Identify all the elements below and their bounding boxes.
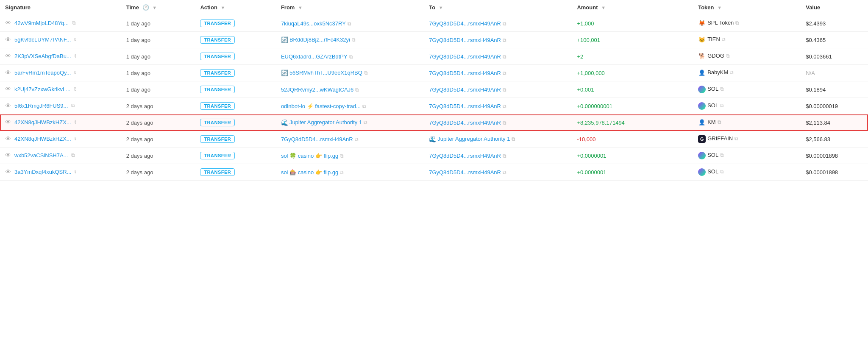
token-copy-icon[interactable]: ⧉ [734,136,738,142]
table-row: 👁 wxb52vaCSiNSH7A... ⧉ 2 days agoTRANSFE… [0,148,868,164]
from-copy-icon[interactable]: ⧉ [364,120,367,125]
eye-icon[interactable]: 👁 [5,102,11,109]
to-copy-icon[interactable]: ⧉ [503,120,506,126]
copy-icon[interactable]: ⧉ [74,70,76,75]
eye-icon[interactable]: 👁 [5,69,11,76]
token-copy-icon[interactable]: ⧉ [718,119,721,125]
to-copy-icon[interactable]: ⧉ [503,170,506,176]
copy-icon[interactable]: ⧉ [74,86,76,92]
from-link[interactable]: 7GyQ8dD5D4...rsmxH49AnR [281,136,353,142]
signature-link[interactable]: 5f6x1RmgJR6FUS9... [14,103,68,109]
from-link[interactable]: Jupiter Aggregator Authority 1 [289,119,362,125]
from-copy-icon[interactable]: ⧉ [349,54,353,60]
amount-cell: -10,000 [577,136,595,142]
table-row: 👁 2K3pVXSeAbgfDaBu... ⧉ 1 day agoTRANSFE… [0,48,868,65]
col-from-label: From [281,4,295,11]
eye-icon[interactable]: 👁 [5,152,11,159]
to-copy-icon[interactable]: ⧉ [503,103,506,109]
from-copy-icon[interactable]: ⧉ [364,70,368,76]
to-cell: 7GyQ8dD5D4...rsmxH49AnR [429,53,501,60]
copy-icon[interactable]: ⧉ [74,36,76,42]
from-filter-icon[interactable]: ▼ [298,5,303,10]
token-copy-icon[interactable]: ⧉ [722,36,726,42]
from-copy-icon[interactable]: ⧉ [355,87,359,93]
signature-link[interactable]: 5gKvfdcLUYM7PANF... [14,36,71,43]
to-copy-icon[interactable]: ⧉ [503,54,506,60]
token-name: SOL [707,152,718,158]
value-cell: $2,113.84 [806,120,830,126]
signature-link[interactable]: 42XN8qJHWBzkHZX... [14,136,71,142]
to-copy-icon[interactable]: ⧉ [503,21,506,27]
token-copy-icon[interactable]: ⧉ [720,169,724,175]
to-copy-icon[interactable]: ⧉ [512,136,515,142]
col-signature-label: Signature [5,4,31,11]
from-copy-icon[interactable]: ⧉ [352,37,356,43]
eye-icon[interactable]: 👁 [5,168,11,175]
value-cell: $0.1894 [806,86,826,93]
col-from: From ▼ [276,0,424,15]
to-copy-icon[interactable]: ⧉ [503,37,506,43]
from-link[interactable]: sol 🎰 casino 👉 flip.gg [281,169,338,176]
eye-icon[interactable]: 👁 [5,53,11,59]
signature-link[interactable]: wxb52vaCSiNSH7A... [14,152,68,159]
value-cell: $2,566.83 [806,136,830,142]
signature-link[interactable]: k2Uj47vZzxwGkrikvL... [14,86,70,92]
to-copy-icon[interactable]: ⧉ [503,87,506,93]
copy-icon[interactable]: ⧉ [71,152,75,158]
from-copy-icon[interactable]: ⧉ [355,136,359,142]
to-link[interactable]: Jupiter Aggregator Authority 1 [437,136,510,142]
eye-icon[interactable]: 👁 [5,86,11,92]
from-link[interactable]: 7kiuqaL49s...oxk5Nc37RY [281,20,346,27]
token-copy-icon[interactable]: ⧉ [735,20,739,26]
to-copy-icon[interactable]: ⧉ [503,153,506,159]
from-copy-icon[interactable]: ⧉ [362,103,366,109]
action-badge: TRANSFER [200,168,235,176]
eye-icon[interactable]: 👁 [5,36,11,43]
copy-icon[interactable]: ⧉ [75,119,76,125]
from-link[interactable]: 56SRMvhThT...U9eeX1qRBQ [289,70,362,76]
signature-link[interactable]: 3a3YmDxqf4xukQSR... [14,169,71,175]
signature-link[interactable]: 5arFvRm1mTeapoQy... [14,70,71,76]
from-copy-icon[interactable]: ⧉ [348,21,351,27]
copy-icon[interactable]: ⧉ [75,53,76,59]
copy-icon[interactable]: ⧉ [75,169,76,175]
from-copy-icon[interactable]: ⧉ [340,170,344,176]
from-copy-icon[interactable]: ⧉ [340,153,344,159]
clock-icon[interactable]: 🕐 [142,4,149,11]
copy-icon[interactable]: ⧉ [75,136,76,142]
eye-icon[interactable]: 👁 [5,135,11,142]
to-filter-icon[interactable]: ▼ [439,5,443,10]
from-link[interactable]: BRddDj8Bjz...rfFc4K32yi [289,36,350,43]
amount-filter-icon[interactable]: ▼ [601,5,606,10]
copy-icon[interactable]: ⧉ [72,20,76,26]
token-copy-icon[interactable]: ⧉ [720,86,724,92]
signature-link[interactable]: 42wV9mMjoLD48Yq... [14,20,69,26]
signature-link[interactable]: 42XN8qJHWBzkHZX... [14,119,71,125]
time-filter-icon[interactable]: ▼ [152,5,157,10]
action-filter-icon[interactable]: ▼ [220,5,225,10]
token-icon: G [698,135,706,143]
from-link[interactable]: odinbot-io ⚡ fastest-copy-trad... [281,103,361,109]
copy-icon[interactable]: ⧉ [71,103,75,109]
table-header: Signature Time 🕐 ▼ Action ▼ From ▼ To ▼ … [0,0,868,15]
amount-cell: +0.0000001 [577,169,606,176]
from-link[interactable]: 52JQRRvmy2...wKWagtCAJ6 [281,86,353,93]
signature-link[interactable]: 2K3pVXSeAbgfDaBu... [14,53,71,59]
token-copy-icon[interactable]: ⧉ [726,53,730,59]
amount-cell: +0.000000001 [577,103,612,109]
token-copy-icon[interactable]: ⧉ [730,70,734,75]
token-copy-icon[interactable]: ⧉ [720,103,724,109]
eye-icon[interactable]: 👁 [5,119,11,125]
token-filter-icon[interactable]: ▼ [717,5,722,10]
sol-icon [698,102,706,110]
token-copy-icon[interactable]: ⧉ [720,152,724,158]
col-amount-label: Amount [577,4,598,11]
col-amount: Amount ▼ [572,0,693,15]
value-cell: $0.00000019 [806,103,838,109]
from-link[interactable]: sol 🍀 casino 👉 flip.gg [281,153,338,159]
eye-icon[interactable]: 👁 [5,20,11,26]
token-icon: 🐱 [698,36,706,44]
from-link[interactable]: EUQ6xtadrd...GZArzBdtPY [281,53,348,60]
col-signature: Signature [0,0,121,15]
to-copy-icon[interactable]: ⧉ [503,70,506,76]
